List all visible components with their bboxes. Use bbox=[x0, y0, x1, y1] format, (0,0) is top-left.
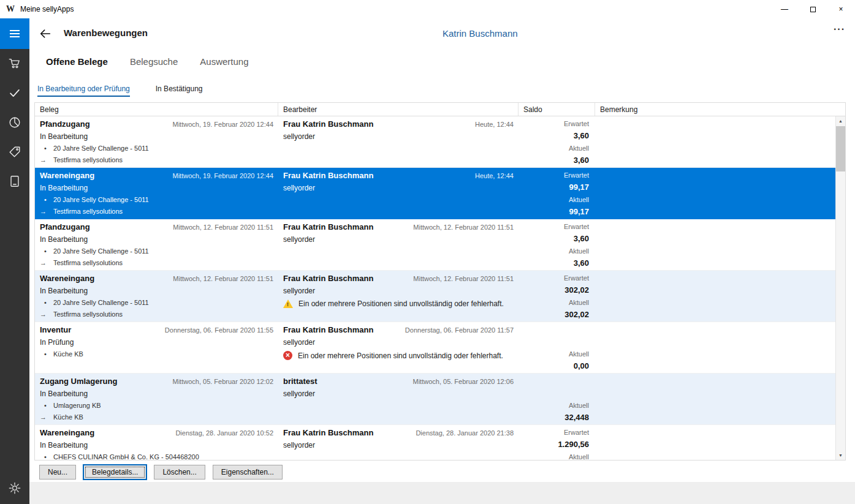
source-text: 20 Jahre Selly Challenge - 5011 bbox=[53, 196, 149, 203]
source-text: CHEFS CULINAR GmbH & Co. KG - 504468200 bbox=[53, 453, 199, 460]
document-status: In Bearbeitung bbox=[40, 389, 88, 398]
table-row[interactable]: Wareneingang Mittwoch, 12. Februar 2020 … bbox=[35, 271, 835, 322]
saldo-actual-value: 3,60 bbox=[574, 258, 589, 268]
bemerkung-cell bbox=[595, 168, 835, 219]
editor-name: Frau Katrin Buschmann bbox=[283, 119, 373, 129]
document-target-line: → Testfirma sellysolutions bbox=[40, 156, 123, 164]
bemerkung-cell bbox=[595, 374, 835, 424]
editor-date: Heute, 12:44 bbox=[475, 121, 514, 128]
check-icon bbox=[8, 86, 21, 100]
column-header-bearbeiter[interactable]: Bearbeiter bbox=[278, 103, 519, 116]
tab-belegsuche[interactable]: Belegsuche bbox=[130, 56, 178, 67]
saldo-expected-label: Erwartet bbox=[564, 223, 589, 230]
close-button[interactable]: × bbox=[827, 0, 855, 18]
minimize-button[interactable]: — bbox=[770, 0, 799, 18]
bearbeiter-cell: Frau Katrin Buschmann Heute, 12:44 selly… bbox=[278, 168, 519, 219]
beleg-cell: Pfandzugang Mittwoch, 12. Februar 2020 1… bbox=[35, 219, 278, 270]
saldo-actual-label: Aktuell bbox=[569, 145, 589, 152]
saldo-cell: Erwartet 1.290,56 Aktuell bbox=[519, 425, 595, 460]
column-header-bemerkung[interactable]: Bemerkung bbox=[595, 103, 845, 116]
properties-button[interactable]: Eigenschaften... bbox=[213, 465, 283, 480]
saldo-actual-label: Aktuell bbox=[569, 247, 589, 255]
sidebar-item-shop[interactable] bbox=[0, 49, 29, 78]
maximize-button[interactable] bbox=[799, 0, 827, 18]
sidebar bbox=[0, 18, 29, 504]
error-icon bbox=[283, 351, 292, 360]
saldo-cell: Aktuell 32,448 bbox=[519, 374, 595, 424]
document-type: Wareneingang bbox=[40, 428, 94, 437]
document-type: Zugang Umlagerung bbox=[40, 377, 117, 386]
more-button[interactable]: ··· bbox=[834, 24, 845, 35]
delete-button[interactable]: Löschen... bbox=[154, 465, 205, 480]
document-type: Pfandzugang bbox=[40, 119, 90, 129]
editor-date: Mittwoch, 05. Februar 2020 12:06 bbox=[413, 378, 514, 385]
sidebar-item-statistics[interactable] bbox=[0, 108, 29, 137]
bullet-icon: • bbox=[40, 453, 53, 460]
scroll-up-icon: ▲ bbox=[838, 119, 843, 123]
app-header: Warenbewegungen Katrin Buschmann ··· bbox=[29, 18, 855, 49]
document-status: In Bearbeitung bbox=[40, 287, 88, 295]
arrow-right-icon: → bbox=[40, 156, 53, 164]
beleg-cell: Wareneingang Mittwoch, 12. Februar 2020 … bbox=[35, 271, 278, 322]
document-target-line: → Testfirma sellysolutions bbox=[40, 310, 123, 318]
warning-icon bbox=[283, 299, 293, 308]
validation-message: Ein oder mehrere Positionen sind unvolls… bbox=[283, 351, 503, 360]
editor-name: brittatest bbox=[283, 377, 317, 386]
beleg-cell: Wareneingang Mittwoch, 19. Februar 2020 … bbox=[35, 168, 278, 219]
table-row[interactable]: Inventur Donnerstag, 06. Februar 2020 11… bbox=[35, 322, 835, 374]
saldo-expected-value: 302,02 bbox=[564, 285, 589, 295]
bemerkung-cell bbox=[595, 425, 835, 460]
settings-button[interactable] bbox=[0, 473, 29, 503]
document-type: Wareneingang bbox=[40, 274, 94, 283]
scroll-down-button[interactable]: ▼ bbox=[836, 451, 845, 460]
scroll-up-button[interactable]: ▲ bbox=[836, 116, 845, 126]
document-status: In Prüfung bbox=[40, 338, 74, 347]
saldo-actual-value: 99,17 bbox=[569, 207, 589, 216]
back-button[interactable] bbox=[37, 25, 54, 42]
minimize-icon: — bbox=[781, 5, 788, 13]
bemerkung-cell bbox=[595, 271, 835, 322]
new-button[interactable]: Neu... bbox=[39, 465, 76, 480]
menu-button[interactable] bbox=[0, 18, 29, 49]
table-row[interactable]: Wareneingang Mittwoch, 19. Februar 2020 … bbox=[35, 168, 835, 219]
arrow-right-icon: → bbox=[40, 208, 53, 215]
editor-app: sellyorder bbox=[283, 235, 315, 244]
vertical-scrollbar[interactable]: ▲ ▼ bbox=[835, 116, 845, 460]
column-header-beleg[interactable]: Beleg bbox=[35, 103, 278, 116]
scroll-down-icon: ▼ bbox=[838, 453, 843, 457]
pivot-in-bearbeitung-oder-pruefung[interactable]: In Bearbeitung oder Prüfung bbox=[37, 85, 130, 97]
editor-name: Frau Katrin Buschmann bbox=[283, 222, 373, 231]
sidebar-item-journal[interactable] bbox=[0, 167, 29, 196]
saldo-cell: Erwartet 302,02 Aktuell 302,02 bbox=[519, 271, 595, 322]
beleg-cell: Inventur Donnerstag, 06. Februar 2020 11… bbox=[35, 322, 278, 373]
source-text: 20 Jahre Selly Challenge - 5011 bbox=[53, 145, 149, 152]
document-details-button[interactable]: Belegdetails... bbox=[83, 465, 146, 480]
document-type: Pfandzugang bbox=[40, 222, 90, 231]
bemerkung-cell bbox=[595, 219, 835, 270]
pivot-in-bestaetigung[interactable]: In Bestätigung bbox=[156, 85, 203, 97]
app-logo-icon: W bbox=[6, 4, 15, 14]
tab-offene-belege[interactable]: Offene Belege bbox=[46, 56, 108, 67]
saldo-actual-label: Aktuell bbox=[569, 196, 589, 203]
bearbeiter-cell: Frau Katrin Buschmann Mittwoch, 12. Febr… bbox=[278, 219, 519, 270]
document-source-line: • 20 Jahre Selly Challenge - 5011 bbox=[40, 145, 149, 152]
target-text: Testfirma sellysolutions bbox=[53, 208, 123, 215]
bearbeiter-cell: Frau Katrin Buschmann Mittwoch, 12. Febr… bbox=[278, 271, 519, 322]
pie-chart-icon bbox=[8, 116, 21, 129]
sidebar-item-tasks[interactable] bbox=[0, 78, 29, 108]
table-row[interactable]: Pfandzugang Mittwoch, 19. Februar 2020 1… bbox=[35, 116, 835, 168]
document-date: Mittwoch, 19. Februar 2020 12:44 bbox=[173, 121, 273, 128]
scrollbar-thumb[interactable] bbox=[836, 126, 845, 171]
table-row[interactable]: Zugang Umlagerung Mittwoch, 05. Februar … bbox=[35, 374, 835, 425]
page-title: Warenbewegungen bbox=[64, 28, 148, 38]
saldo-actual-value: 302,02 bbox=[564, 310, 589, 319]
sidebar-item-tags[interactable] bbox=[0, 137, 29, 167]
message-text: Ein oder mehrere Positionen sind unvolls… bbox=[298, 352, 503, 360]
column-header-saldo[interactable]: Saldo bbox=[519, 103, 595, 116]
tab-auswertung[interactable]: Auswertung bbox=[200, 56, 248, 67]
table-row[interactable]: Pfandzugang Mittwoch, 12. Februar 2020 1… bbox=[35, 219, 835, 271]
target-text: Küche KB bbox=[53, 413, 83, 421]
table-row[interactable]: Wareneingang Dienstag, 28. Januar 2020 1… bbox=[35, 425, 835, 460]
editor-name: Frau Katrin Buschmann bbox=[283, 428, 373, 437]
document-date: Mittwoch, 12. Februar 2020 11:51 bbox=[173, 275, 273, 282]
